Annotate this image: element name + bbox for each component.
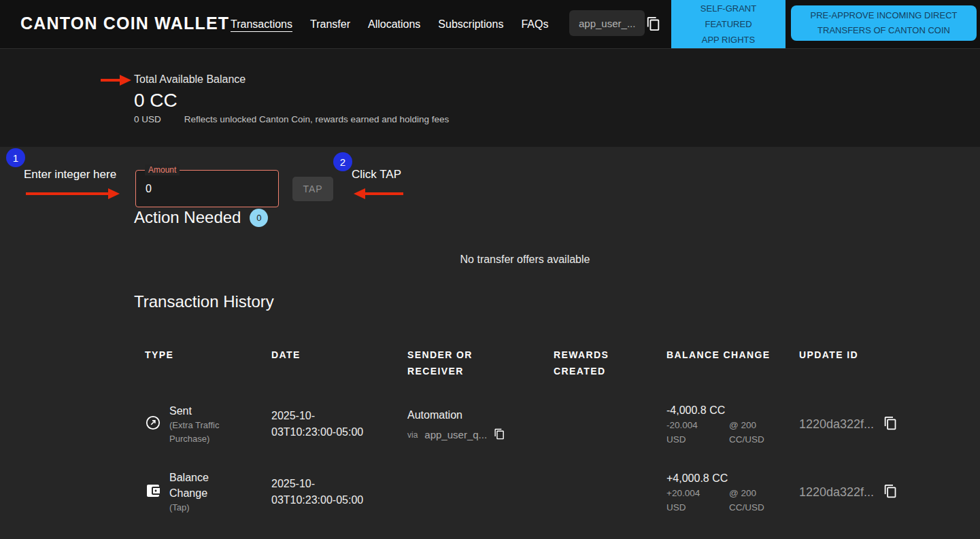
date-cell: 2025-10-03T10:23:00-05:00 [260,390,396,458]
column-header-sender: SENDER OR RECEIVER [396,336,504,390]
annotation-text-1: Enter integer here [24,168,116,181]
red-arrow-balance [101,75,131,86]
copy-icon [494,428,505,442]
tx-type-detail: (Extra Traffic Purchase) [169,419,246,446]
tx-usd-unit: USD [666,432,729,447]
sender-cell: Automation via app_user_q... [396,390,543,458]
transaction-history-title: Transaction History [134,292,274,311]
tx-type: Sent [169,403,232,419]
self-grant-line-2: FEATURED [705,16,751,32]
tx-usd-unit: USD [666,500,729,515]
balance-change-cell: +4,000.8 CC +20.004 @ 200 USD CC/USD [656,458,788,526]
nav-allocations[interactable]: Allocations [368,18,420,31]
tx-rate-unit: CC/USD [729,500,764,515]
nav-transactions[interactable]: Transactions [231,18,292,31]
balance-amount-usd: 0 USD [134,114,161,124]
tx-sender: Automation [407,407,505,423]
tx-type: Balance Change [169,470,232,501]
user-id-label: app_user_... [579,18,635,29]
annotation-text-2: Click TAP [352,168,401,181]
pre-approve-transfers-button[interactable]: PRE-APPROVE INCOMING DIRECT TRANSFERS OF… [791,5,977,41]
page: CANTON COIN WALLET Transactions Transfer… [0,0,980,539]
amount-field: Amount [135,170,279,207]
update-id-cell: 1220da322f... [788,390,922,458]
type-cell: Sent (Extra Traffic Purchase) [134,390,260,458]
sent-circle-icon [145,415,161,434]
table-header-row: TYPE DATE SENDER OR RECEIVER REWARDS CRE… [134,336,922,390]
user-id-chip[interactable]: app_user_... [569,10,645,36]
sender-cell [396,458,543,526]
date-cell: 2025-10-03T10:23:00-05:00 [260,458,396,526]
pre-approve-line-1: PRE-APPROVE INCOMING DIRECT [811,8,958,23]
nav-subscriptions[interactable]: Subscriptions [438,18,503,31]
tx-rate: @ 200 [729,486,764,500]
type-cell: Balance Change (Tap) [134,458,260,526]
column-header-type: TYPE [134,336,260,390]
balance-change-cell: -4,000.8 CC -20.004 @ 200 USD CC/USD [656,390,788,458]
balance-amount-cc: 0 CC [134,90,178,111]
no-transfer-offers-message: No transfer offers available [134,254,916,266]
action-needed-count-badge: 0 [250,209,268,227]
tx-rate-unit: CC/USD [729,432,764,447]
red-arrow-step2 [354,188,403,199]
app-header: CANTON COIN WALLET Transactions Transfer… [0,0,980,49]
copy-update-id-button[interactable] [883,416,898,432]
self-grant-line-1: SELF-GRANT [700,1,756,16]
copy-user-id-button[interactable] [646,16,661,31]
transaction-history-table: TYPE DATE SENDER OR RECEIVER REWARDS CRE… [134,336,922,526]
table-row: Balance Change (Tap) 2025-10-03T10:23:00… [134,458,922,526]
tx-rate: @ 200 [729,418,764,432]
annotation-marker-1: 1 [6,148,25,167]
red-arrow-step1 [26,188,120,199]
copy-icon [646,16,661,31]
self-grant-line-3: APP RIGHTS [702,32,756,48]
tx-balance-cc: +4,000.8 CC [666,470,764,486]
nav-faqs[interactable]: FAQs [521,18,548,31]
table-row: Sent (Extra Traffic Purchase) 2025-10-03… [134,390,922,458]
self-grant-featured-app-rights-button[interactable]: SELF-GRANT FEATURED APP RIGHTS [671,0,785,48]
via-party: app_user_q... [424,429,487,440]
annotation-marker-2: 2 [333,152,352,171]
copy-icon [883,416,898,432]
wallet-icon [145,483,161,502]
column-header-rewards: REWARDS CREATED [543,336,628,390]
column-header-balance-change: BALANCE CHANGE [656,336,788,390]
rewards-cell [543,458,656,526]
amount-input[interactable] [146,171,268,207]
balance-title: Total Available Balance [134,73,246,86]
pre-approve-line-2: TRANSFERS OF CANTON COIN [817,23,950,38]
main-content: 1 Enter integer here Amount TAP 2 Click … [0,147,980,539]
tx-date: 2025-10-03T10:23:00-05:00 [271,408,373,440]
tx-usd-amount: -20.004 [666,418,729,432]
nav-transfer[interactable]: Transfer [310,18,350,31]
update-id-cell: 1220da322f... [788,458,922,526]
balance-caption: Reflects unlocked Canton Coin, rewards e… [184,114,450,124]
app-logo: CANTON COIN WALLET [20,14,229,33]
balance-detail-row: 0 USD Reflects unlocked Canton Coin, rew… [134,114,449,124]
via-label: via [407,430,418,440]
action-needed-section: Action Needed 0 [134,208,268,227]
copy-sender-button[interactable] [494,428,505,442]
balance-section: Total Available Balance 0 CC 0 USD Refle… [0,49,980,147]
tx-usd-amount: +20.004 [666,486,729,500]
column-header-date: DATE [260,336,396,390]
tx-update-id: 1220da322f... [799,417,874,432]
tx-type-detail: (Tap) [169,501,232,515]
copy-icon [883,484,898,500]
tx-update-id: 1220da322f... [799,485,874,500]
column-header-update-id: UPDATE ID [788,336,922,390]
main-nav: Transactions Transfer Allocations Subscr… [231,0,548,48]
rewards-cell [543,390,656,458]
copy-update-id-button[interactable] [883,484,898,500]
tap-button[interactable]: TAP [292,177,333,201]
tx-balance-cc: -4,000.8 CC [666,402,764,418]
tx-date: 2025-10-03T10:23:00-05:00 [271,476,373,508]
action-needed-title: Action Needed [134,208,241,227]
